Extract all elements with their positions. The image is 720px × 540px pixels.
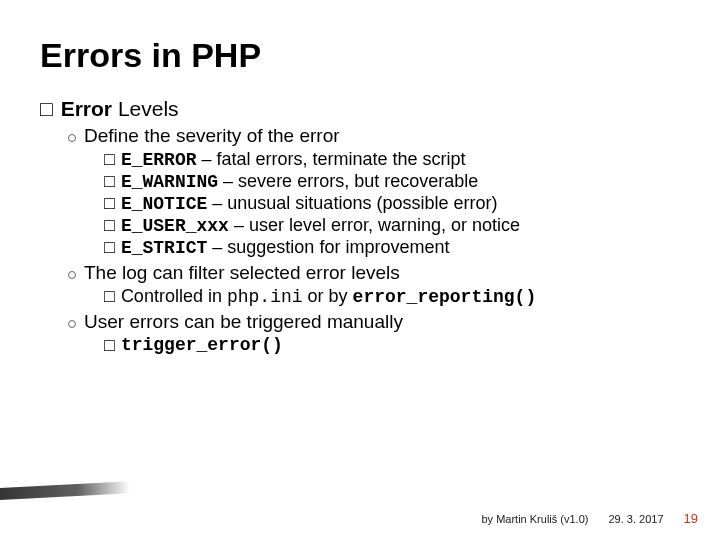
item-text: E_WARNING – severe errors, but recoverab… <box>121 171 478 192</box>
square-icon: □ <box>104 215 115 236</box>
error-level-item: □E_WARNING – severe errors, but recovera… <box>104 171 680 192</box>
item-text: E_NOTICE – unusual situations (possible … <box>121 193 498 214</box>
circle-icon <box>68 320 76 328</box>
square-icon: □ <box>104 171 115 192</box>
slide-title: Errors in PHP <box>40 36 680 75</box>
slide: Errors in PHP □ Error Levels Define the … <box>0 0 720 540</box>
item-text: Controlled in php.ini or by error_report… <box>121 286 536 307</box>
error-level-item: □E_STRICT – suggestion for improvement <box>104 237 680 258</box>
sub-manual: User errors can be triggered manually <box>68 311 680 333</box>
footer-date: 29. 3. 2017 <box>608 513 663 525</box>
sub-filter: The log can filter selected error levels <box>68 262 680 284</box>
trigger-item: □ trigger_error() <box>104 335 680 356</box>
error-level-item: □E_ERROR – fatal errors, terminate the s… <box>104 149 680 170</box>
square-icon: □ <box>104 149 115 170</box>
section-text: Error Levels <box>61 97 179 121</box>
accent-shape <box>0 481 130 500</box>
circle-icon <box>68 134 76 142</box>
controlled-item: □ Controlled in php.ini or by error_repo… <box>104 286 680 307</box>
footer-author: by Martin Kruliš (v1.0) <box>481 513 588 525</box>
square-icon: □ <box>40 97 53 121</box>
item-text: E_STRICT – suggestion for improvement <box>121 237 450 258</box>
sub-define: Define the severity of the error <box>68 125 680 147</box>
error-level-item: □E_USER_xxx – user level error, warning,… <box>104 215 680 236</box>
square-icon: □ <box>104 286 115 307</box>
section-heading: □ Error Levels <box>40 97 680 121</box>
square-icon: □ <box>104 335 115 356</box>
error-level-item: □E_NOTICE – unusual situations (possible… <box>104 193 680 214</box>
circle-icon <box>68 271 76 279</box>
square-icon: □ <box>104 193 115 214</box>
page-number: 19 <box>684 511 698 526</box>
square-icon: □ <box>104 237 115 258</box>
item-text: E_USER_xxx – user level error, warning, … <box>121 215 520 236</box>
item-text: E_ERROR – fatal errors, terminate the sc… <box>121 149 466 170</box>
item-text: trigger_error() <box>121 335 283 356</box>
footer: by Martin Kruliš (v1.0) 29. 3. 2017 19 <box>0 511 720 526</box>
